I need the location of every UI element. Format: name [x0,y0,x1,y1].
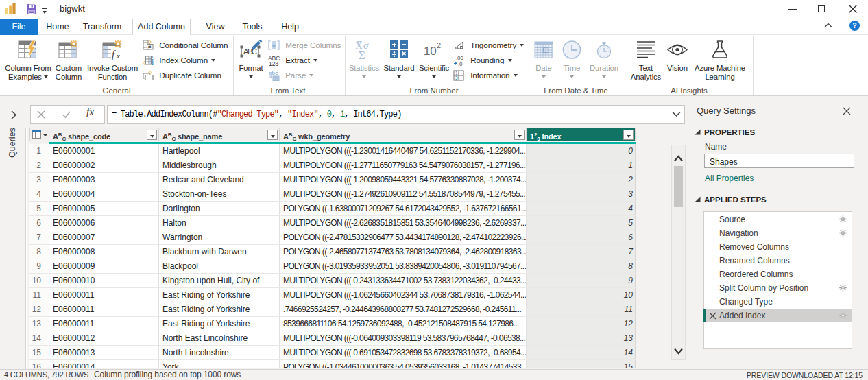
svg-text:3: 3 [152,62,154,66]
svg-text:123: 123 [269,60,278,66]
svg-text:x: x [116,51,120,60]
svg-text:2: 2 [437,41,441,49]
svg-text:1: 1 [455,71,458,75]
svg-text:ABC: ABC [243,47,257,56]
svg-text:10: 10 [424,45,437,58]
svg-text:abc: abc [269,70,278,76]
svg-text:.0: .0 [458,61,463,67]
svg-text:≠: ≠ [148,44,152,50]
svg-text:Σ: Σ [359,49,365,60]
svg-text:3: 3 [455,75,458,80]
